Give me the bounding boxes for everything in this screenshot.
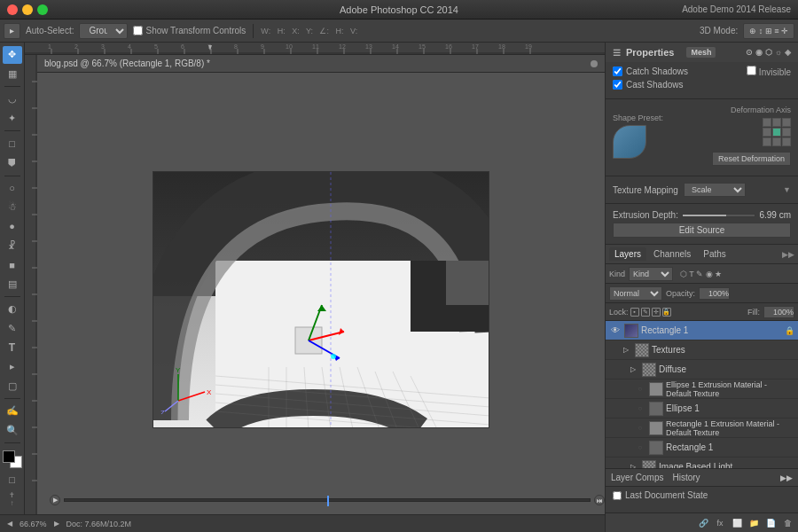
layer-rect1-sub[interactable]: ○ Rectangle 1 xyxy=(606,438,798,458)
play-btn[interactable]: ▶ xyxy=(50,495,60,505)
cast-shadows-checkbox[interactable] xyxy=(613,80,622,90)
shape-preview[interactable] xyxy=(613,125,646,159)
lasso-tool[interactable]: ◡ xyxy=(3,90,22,108)
layer-vis-textures[interactable]: ▷ xyxy=(620,344,632,356)
type-tool[interactable]: T xyxy=(3,339,22,356)
layer-vis-diffuse[interactable]: ▷ xyxy=(627,364,639,376)
deform-dot-ml[interactable] xyxy=(763,128,771,137)
invisible-checkbox[interactable] xyxy=(747,66,756,75)
minimize-button[interactable] xyxy=(22,4,33,15)
layer-ellipse1[interactable]: ○ Ellipse 1 xyxy=(606,399,798,419)
zoom-tool[interactable]: 🔍 xyxy=(3,422,22,440)
deform-dot-br[interactable] xyxy=(782,137,791,146)
history-label[interactable]: History xyxy=(672,473,700,482)
comps-menu[interactable]: ▶▶ xyxy=(780,473,793,482)
change-screen-mode[interactable]: □ xyxy=(3,470,22,489)
eyedropper-tool[interactable]: ⛊ xyxy=(3,154,22,172)
document-tab-close[interactable] xyxy=(591,60,598,67)
pen-tool[interactable]: ✎ xyxy=(3,320,22,338)
move-tool[interactable]: ✥ xyxy=(3,46,22,64)
hand-tool[interactable]: ✍ xyxy=(3,403,22,420)
close-button[interactable] xyxy=(7,4,18,15)
lock-transparent[interactable]: ▪ xyxy=(630,308,639,317)
prop-icon-4[interactable]: ☼ xyxy=(775,48,782,57)
deform-dot-tr[interactable] xyxy=(782,118,791,127)
layer-diffuse[interactable]: ▷ Diffuse xyxy=(606,360,798,379)
kind-select[interactable]: Kind xyxy=(629,267,673,281)
layer-textures[interactable]: ▷ Textures xyxy=(606,340,798,360)
deform-dot-tc[interactable] xyxy=(772,118,781,127)
history-brush-tool[interactable]: ☧ xyxy=(3,237,22,254)
layer-vis-r1sub[interactable]: ○ xyxy=(634,442,646,454)
deform-dot-mc[interactable] xyxy=(772,128,781,137)
magic-wand-tool[interactable]: ✦ xyxy=(3,110,22,128)
maximize-button[interactable] xyxy=(37,4,48,15)
opacity-input[interactable] xyxy=(699,287,730,300)
prop-icon-3[interactable]: ⬡ xyxy=(765,48,772,57)
deform-dot-bc[interactable] xyxy=(772,137,781,146)
layer-lock-rect1: 🔒 xyxy=(785,326,794,335)
status-arrow-left[interactable]: ◀ xyxy=(7,520,12,528)
canvas-document[interactable]: X Y Z xyxy=(153,171,489,428)
link-layers-btn[interactable]: 🔗 xyxy=(696,516,710,530)
healing-tool[interactable]: ○ xyxy=(3,179,22,197)
texture-mapping-select[interactable]: Scale Tile Stretch xyxy=(684,183,746,197)
lock-image[interactable]: ✎ xyxy=(641,308,650,317)
lock-all[interactable]: 🔒 xyxy=(662,308,671,317)
deform-dot-tl[interactable] xyxy=(763,118,771,127)
delete-layer-btn[interactable]: 🗑 xyxy=(780,516,794,530)
layer-vis-e1ext[interactable]: ○ xyxy=(634,383,646,395)
extrusion-slider[interactable] xyxy=(682,214,755,217)
prop-icon-1[interactable]: ⊙ xyxy=(746,48,753,57)
stamp-tool[interactable]: ● xyxy=(3,218,22,236)
deform-dot-bl[interactable] xyxy=(763,137,771,146)
shape-preset-row: Shape Preset: Deformation Axis xyxy=(613,106,791,166)
layers-expand-btn[interactable]: ▶▶ xyxy=(782,250,794,259)
dodge-tool[interactable]: ◐ xyxy=(3,301,22,318)
prop-icon-5[interactable]: ◈ xyxy=(785,48,791,57)
crop-tool[interactable]: □ xyxy=(3,135,22,153)
shape-tool[interactable]: ▢ xyxy=(3,378,22,395)
add-mask-btn[interactable]: ⬜ xyxy=(730,516,744,530)
selection-tool[interactable]: ▦ xyxy=(3,66,22,83)
eraser-tool[interactable]: ■ xyxy=(3,256,22,274)
layer-vis-r1ext[interactable]: ○ xyxy=(634,422,646,434)
lock-position[interactable]: ✛ xyxy=(652,308,661,317)
arrow-tool-btn[interactable]: ▸ xyxy=(4,23,20,39)
layer-vis-ibl[interactable]: ▷ xyxy=(627,461,639,469)
tab-channels[interactable]: Channels xyxy=(648,247,696,261)
foreground-color[interactable] xyxy=(3,450,15,463)
panel-menu-icon[interactable]: ☰ xyxy=(613,48,621,58)
new-layer-btn[interactable]: 📄 xyxy=(763,516,778,530)
status-arrow-right[interactable]: ▶ xyxy=(54,520,59,528)
new-group-btn[interactable]: 📁 xyxy=(747,516,761,530)
catch-shadows-checkbox[interactable] xyxy=(613,66,622,76)
layer-comps-header: Layer Comps History ▶▶ xyxy=(606,469,798,487)
step-btn[interactable]: ⏭ xyxy=(594,495,605,505)
layer-ellipse1-ext[interactable]: ○ Ellipse 1 Extrusion Material - Default… xyxy=(606,379,798,399)
layer-vis-e1[interactable]: ○ xyxy=(634,403,646,415)
fill-input[interactable] xyxy=(763,306,794,318)
timeline-track[interactable] xyxy=(64,498,591,502)
layer-vis-rect1[interactable]: 👁 xyxy=(609,325,622,337)
color-chips[interactable] xyxy=(3,450,22,468)
tab-layers[interactable]: Layers xyxy=(609,247,646,261)
auto-select-dropdown[interactable]: Group Layer xyxy=(79,23,128,39)
brush-tool[interactable]: ☃ xyxy=(3,199,22,216)
layer-rectangle1[interactable]: 👁 Rectangle 1 🔒 xyxy=(606,321,798,340)
transform-controls-checkbox[interactable]: Show Transform Controls xyxy=(133,26,246,35)
reset-deformation-btn[interactable]: Reset Deformation xyxy=(712,152,791,166)
layer-rect1-ext[interactable]: ○ Rectangle 1 Extrusion Material - Defau… xyxy=(606,419,798,438)
gradient-tool[interactable]: ▤ xyxy=(3,276,22,293)
document-tab[interactable]: blog.psd @ 66.7% (Rectangle 1, RGB/8) * xyxy=(37,55,605,73)
layer-ibl[interactable]: ▷ Image Based Light xyxy=(606,458,798,468)
edit-source-btn[interactable]: Edit Source xyxy=(613,223,791,238)
texture-mapping-arrow[interactable]: ▼ xyxy=(783,185,791,194)
prop-icon-2[interactable]: ◉ xyxy=(755,48,763,57)
blend-mode-select[interactable]: Normal Multiply Screen xyxy=(609,286,662,301)
deform-dot-mr[interactable] xyxy=(782,128,791,137)
add-style-btn[interactable]: fx xyxy=(713,516,727,530)
path-tool[interactable]: ▸ xyxy=(3,358,22,376)
tab-paths[interactable]: Paths xyxy=(698,247,732,261)
last-doc-state-checkbox[interactable] xyxy=(613,491,622,500)
